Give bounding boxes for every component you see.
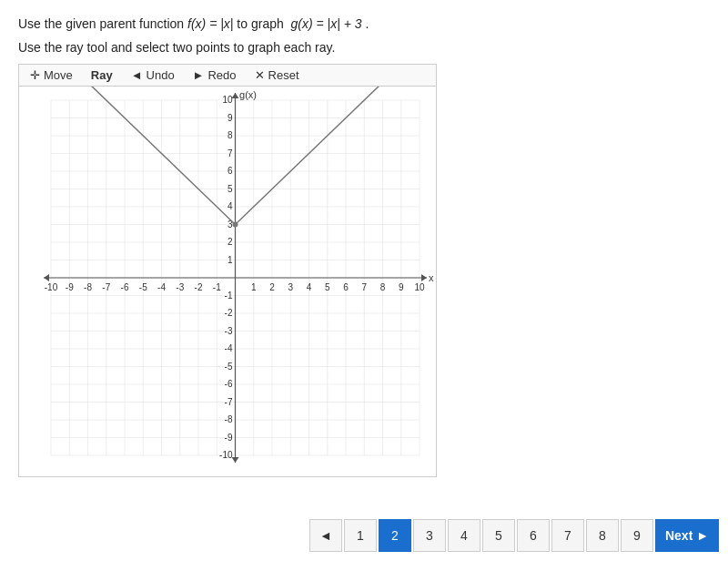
page-3-button[interactable]: 3 xyxy=(413,519,446,552)
next-button[interactable]: Next ► xyxy=(655,519,719,552)
page-8-button[interactable]: 8 xyxy=(586,519,619,552)
page-6-button[interactable]: 6 xyxy=(517,519,550,552)
page-2-button[interactable]: 2 xyxy=(379,519,411,552)
graph-area[interactable] xyxy=(18,86,437,477)
pagination: ◄ 1 2 3 4 5 6 7 8 9 Next ► xyxy=(309,519,719,552)
fx-expression: f(x) = |x| xyxy=(187,16,233,31)
toolbar: ✛ Move Ray ◄ Undo ► Redo ✕ Reset xyxy=(18,64,437,86)
reset-icon: ✕ xyxy=(255,68,265,82)
page-4-button[interactable]: 4 xyxy=(448,519,480,552)
undo-icon: ◄ xyxy=(131,68,143,82)
page-1-button[interactable]: 1 xyxy=(344,519,377,552)
move-icon: ✛ xyxy=(30,68,40,82)
prev-page-button[interactable]: ◄ xyxy=(309,519,342,552)
undo-button[interactable]: ◄ Undo xyxy=(131,68,175,82)
page-9-button[interactable]: 9 xyxy=(621,519,653,552)
undo-label: Undo xyxy=(147,68,175,82)
instruction-line2: Use the ray tool and select two points t… xyxy=(18,40,710,55)
page-7-button[interactable]: 7 xyxy=(551,519,584,552)
main-content: Use the given parent function f(x) = |x|… xyxy=(0,0,728,486)
redo-label: Redo xyxy=(207,68,236,82)
ray-tool[interactable]: Ray xyxy=(91,68,113,82)
instruction-line1: Use the given parent function f(x) = |x|… xyxy=(18,16,710,31)
page-5-button[interactable]: 5 xyxy=(482,519,515,552)
reset-label: Reset xyxy=(268,68,299,82)
move-tool[interactable]: ✛ Move xyxy=(30,68,73,82)
gx-expression: g(x) = |x| + 3 xyxy=(291,16,362,31)
ray-label: Ray xyxy=(91,68,113,82)
move-label: Move xyxy=(44,68,73,82)
redo-icon: ► xyxy=(193,68,205,82)
redo-button[interactable]: ► Redo xyxy=(193,68,237,82)
reset-button[interactable]: ✕ Reset xyxy=(255,68,299,82)
